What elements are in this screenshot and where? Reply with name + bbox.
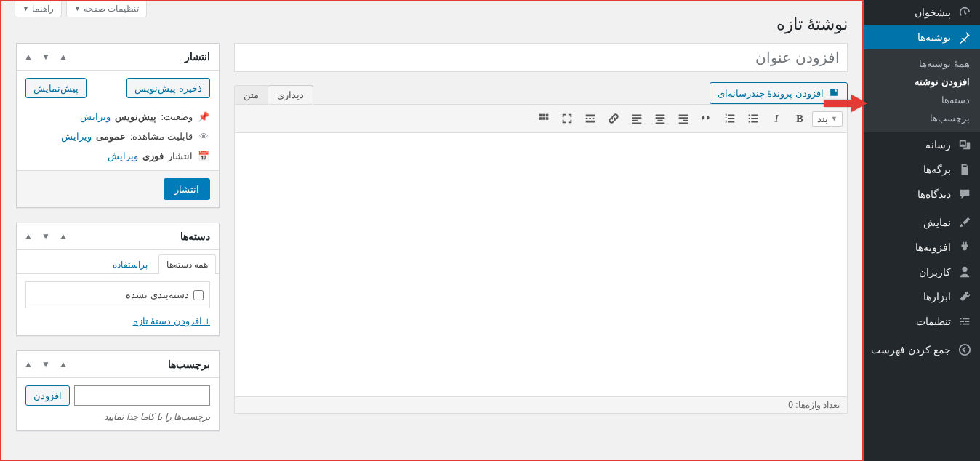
- category-tabs: همه دسته‌ها پراستفاده: [17, 254, 219, 274]
- numbered-list-icon[interactable]: [719, 108, 741, 129]
- status-row: 📌 وضعیت: پیش‌نویس ویرایش: [25, 107, 210, 127]
- tags-input[interactable]: [74, 385, 210, 406]
- preview-button[interactable]: پیش‌نمایش: [25, 78, 87, 98]
- menu-media[interactable]: رسانه: [864, 132, 980, 157]
- tags-hint: برچسب‌ها را با کاما جدا نمایید: [25, 412, 210, 422]
- svg-rect-4: [539, 117, 542, 120]
- svg-rect-6: [546, 117, 549, 120]
- menu-plugins[interactable]: افزونه‌ها: [864, 235, 980, 260]
- category-item-uncategorized[interactable]: دسته‌بندی نشده: [32, 288, 204, 302]
- dashboard-icon: [957, 6, 971, 19]
- users-icon: [957, 265, 971, 278]
- publish-button[interactable]: انتشار: [164, 178, 210, 200]
- chevron-down-icon[interactable]: ▼: [39, 49, 53, 64]
- visibility-row: 👁 قابلیت مشاهده: عمومی ویرایش: [25, 127, 210, 146]
- svg-rect-3: [546, 114, 549, 117]
- annotation-arrow: [824, 93, 867, 116]
- menu-users[interactable]: کاربران: [864, 260, 980, 284]
- editor-statusbar: تعداد واژه‌ها: 0: [235, 396, 847, 413]
- bullet-list-icon[interactable]: [742, 108, 764, 129]
- link-icon[interactable]: [603, 108, 624, 129]
- submenu-categories[interactable]: دسته‌ها: [864, 91, 980, 109]
- align-right-icon[interactable]: [672, 108, 694, 129]
- add-tag-button[interactable]: افزودن: [25, 385, 70, 406]
- menu-appearance[interactable]: نمایش: [864, 210, 980, 235]
- help-button[interactable]: راهنما▼: [15, 1, 62, 17]
- toggle-icon[interactable]: ▲: [21, 49, 36, 64]
- menu-comments[interactable]: دیدگاه‌ها: [864, 182, 980, 207]
- chevron-down-icon: ▼: [831, 115, 838, 122]
- svg-point-0: [960, 345, 970, 355]
- pin-icon: [957, 31, 971, 44]
- brush-icon: [957, 216, 971, 229]
- comments-icon: [957, 188, 971, 201]
- edit-visibility-link[interactable]: ویرایش: [61, 131, 92, 142]
- plugin-icon: [957, 241, 971, 254]
- word-count: تعداد واژه‌ها: 0: [788, 400, 840, 410]
- media-icon: [957, 138, 971, 151]
- post-side-column: انتشار ▲▼▲ ذخیره پیش‌نویس پیش‌نمایش 📌 وض…: [16, 43, 220, 446]
- category-list: دسته‌بندی نشده: [25, 281, 210, 308]
- menu-pages[interactable]: برگه‌ها: [864, 157, 980, 182]
- svg-rect-5: [542, 117, 545, 120]
- submenu-add-new[interactable]: افزودن نوشته: [864, 73, 980, 91]
- submenu-all-posts[interactable]: همهٔ نوشته‌ها: [864, 55, 980, 73]
- save-draft-button[interactable]: ذخیره پیش‌نویس: [126, 78, 210, 98]
- calendar-icon: 📅: [197, 151, 210, 161]
- admin-sidebar: پیشخوان نوشته‌ها همهٔ نوشته‌ها افزودن نو…: [864, 0, 980, 461]
- posts-submenu: همهٔ نوشته‌ها افزودن نوشته دسته‌ها برچسب…: [864, 49, 980, 132]
- add-new-category-link[interactable]: + افزودن دستهٔ تازه: [133, 316, 210, 326]
- post-main-column: افزودن پروندهٔ چندرسانه‌ای دیداری متن: [234, 43, 848, 446]
- toggle-icon[interactable]: ▲: [21, 229, 36, 244]
- read-more-icon[interactable]: [579, 108, 601, 129]
- chevron-up-icon[interactable]: ▲: [56, 357, 71, 372]
- screen-meta-links: تنظیمات صفحه▼ راهنما▼: [15, 1, 147, 17]
- visibility-icon: 👁: [197, 131, 210, 142]
- editor-tabs: دیداری متن: [234, 85, 313, 104]
- italic-icon[interactable]: I: [766, 108, 787, 129]
- menu-settings[interactable]: تنظیمات: [864, 309, 980, 334]
- svg-rect-2: [542, 114, 545, 117]
- align-left-icon[interactable]: [626, 108, 648, 129]
- svg-rect-1: [539, 114, 542, 117]
- publish-box-title[interactable]: انتشار ▲▼▲: [17, 44, 219, 71]
- menu-dashboard[interactable]: پیشخوان: [864, 0, 980, 25]
- collapse-icon: [957, 343, 971, 356]
- editor-content-area[interactable]: [235, 133, 847, 396]
- chevron-down-icon: ▼: [23, 5, 29, 12]
- chevron-down-icon: ▼: [74, 5, 81, 12]
- menu-posts[interactable]: نوشته‌ها همهٔ نوشته‌ها افزودن نوشته دسته…: [864, 25, 980, 132]
- chevron-up-icon[interactable]: ▲: [56, 229, 71, 244]
- menu-collapse[interactable]: جمع کردن فهرست: [864, 337, 980, 362]
- tags-box-title[interactable]: برچسب‌ها ▲▼▲: [17, 351, 219, 378]
- screen-options-button[interactable]: تنظیمات صفحه▼: [66, 1, 147, 17]
- categories-box-title[interactable]: دسته‌ها ▲▼▲: [17, 223, 219, 250]
- chevron-up-icon[interactable]: ▲: [56, 49, 71, 64]
- submenu-tags[interactable]: برچسب‌ها: [864, 109, 980, 127]
- tab-all-categories[interactable]: همه دسته‌ها: [158, 254, 216, 274]
- content-wrap: تنظیمات صفحه▼ راهنما▼ نوشتهٔ تازه افزودن…: [0, 0, 864, 461]
- tab-visual[interactable]: دیداری: [268, 85, 313, 104]
- category-checkbox[interactable]: [193, 290, 204, 300]
- blockquote-icon[interactable]: [696, 108, 718, 129]
- toolbar-toggle-icon[interactable]: [533, 108, 555, 129]
- chevron-down-icon[interactable]: ▼: [39, 229, 53, 244]
- tab-most-used[interactable]: پراستفاده: [105, 254, 156, 274]
- post-title-input[interactable]: [234, 43, 848, 72]
- tools-icon: [957, 290, 971, 303]
- edit-status-link[interactable]: ویرایش: [80, 111, 111, 122]
- schedule-row: 📅 انتشار فوری ویرایش: [25, 146, 210, 166]
- pages-icon: [957, 163, 971, 176]
- align-center-icon[interactable]: [649, 108, 671, 129]
- fullscreen-icon[interactable]: [556, 108, 578, 129]
- editor-toolbar: I B ▼بند: [235, 105, 847, 133]
- tab-text[interactable]: متن: [234, 85, 268, 104]
- menu-tools[interactable]: ابزارها: [864, 284, 980, 309]
- bold-icon[interactable]: B: [789, 108, 811, 129]
- editor: I B ▼بند تعداد واژه‌ها: 0: [234, 104, 848, 414]
- categories-box: دسته‌ها ▲▼▲ همه دسته‌ها پراستفاده دسته‌ب…: [16, 223, 220, 336]
- toggle-icon[interactable]: ▲: [21, 357, 36, 372]
- settings-icon: [957, 315, 971, 328]
- chevron-down-icon[interactable]: ▼: [39, 357, 53, 372]
- edit-schedule-link[interactable]: ویرایش: [108, 151, 138, 161]
